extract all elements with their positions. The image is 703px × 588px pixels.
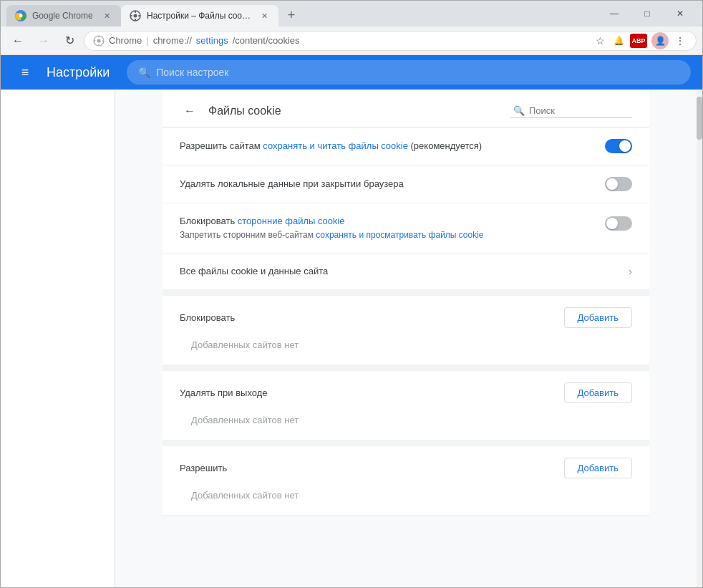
page-search-input[interactable] — [529, 105, 629, 116]
all-cookies-arrow-icon: › — [629, 266, 632, 277]
browser-window: Google Chrome ✕ Настройки – Файлы cookie… — [0, 0, 703, 588]
block-third-party-label: Блокировать сторонние файлы cookie — [180, 215, 605, 228]
forward-nav-button[interactable]: → — [32, 29, 55, 52]
refresh-button[interactable]: ↻ — [58, 29, 81, 52]
tab1-close-button[interactable]: ✕ — [101, 10, 112, 21]
tab1-title: Google Chrome — [32, 11, 95, 21]
settings-header-title: Настройки — [47, 65, 110, 80]
page-inner: ← Файлы cookie 🔍 Разрешить сайтам — [163, 90, 649, 544]
allow-cookies-text: Разрешить сайтам сохранять и читать файл… — [180, 140, 605, 153]
allow-section-header: Разрешить Добавить — [180, 458, 632, 478]
maximize-button[interactable]: □ — [631, 4, 664, 24]
chrome-favicon-icon — [15, 10, 26, 21]
profile-icon[interactable]: 👤 — [651, 32, 669, 49]
page-title: Файлы cookie — [208, 105, 281, 117]
allow-cookies-label: Разрешить сайтам сохранять и читать файл… — [180, 140, 605, 153]
block-third-party-toggle[interactable] — [605, 216, 632, 231]
page-back-button[interactable]: ← — [180, 101, 200, 121]
hamburger-menu-button[interactable]: ≡ — [12, 59, 38, 85]
delete-on-exit-section-header: Удалять при выходе Добавить — [180, 382, 632, 403]
svg-rect-13 — [94, 40, 96, 42]
scrollbar-track[interactable] — [697, 90, 702, 587]
sidebar — [1, 90, 115, 587]
svg-rect-8 — [138, 15, 140, 16]
all-cookies-label: Все файлы cookie и данные сайта — [180, 265, 328, 278]
settings-search-input[interactable] — [156, 67, 679, 78]
settings-search-box[interactable]: 🔍 — [127, 60, 691, 85]
content-wrapper: ← Файлы cookie 🔍 Разрешить сайтам — [1, 90, 702, 587]
block-third-party-row: Блокировать сторонние файлы cookie Запре… — [163, 203, 649, 254]
delete-on-exit-section-title: Удалять при выходе — [180, 387, 268, 398]
divider-1 — [163, 290, 649, 296]
tab2-close-button[interactable]: ✕ — [258, 10, 270, 21]
allow-cookies-toggle[interactable] — [605, 139, 632, 153]
main-content: ← Файлы cookie 🔍 Разрешить сайтам — [115, 90, 697, 587]
page-search-box[interactable]: 🔍 — [510, 104, 632, 118]
block-section-title: Блокировать — [180, 312, 235, 323]
delete-on-close-text: Удалять локальные данные при закрытии бр… — [180, 178, 605, 191]
url-scheme: Chrome — [109, 35, 142, 46]
adblock-icon[interactable]: ABP — [630, 34, 647, 48]
url-prefix: chrome:// — [153, 35, 192, 46]
close-button[interactable]: ✕ — [664, 4, 697, 24]
url-icons: ☆ 🔔 ABP 👤 ⋮ — [593, 32, 687, 49]
block-section-header: Блокировать Добавить — [180, 307, 632, 328]
delete-on-exit-add-button[interactable]: Добавить — [564, 382, 632, 403]
page-header: ← Файлы cookie 🔍 — [163, 90, 649, 127]
all-cookies-row[interactable]: Все файлы cookie и данные сайта › — [163, 254, 649, 290]
svg-rect-14 — [102, 40, 105, 42]
addressbar: ← → ↻ Chrome | chrome://settings/content… — [1, 26, 702, 55]
block-add-button[interactable]: Добавить — [564, 307, 632, 328]
allow-empty-text: Добавленных сайтов нет — [180, 484, 632, 503]
tab-google-chrome[interactable]: Google Chrome ✕ — [6, 5, 121, 26]
allow-section-title: Разрешить — [180, 463, 227, 473]
svg-point-10 — [97, 39, 101, 42]
titlebar: Google Chrome ✕ Настройки – Файлы cookie… — [1, 1, 702, 26]
minimize-button[interactable]: — — [598, 4, 631, 24]
allow-cookies-toggle-knob — [619, 140, 631, 152]
block-empty-text: Добавленных сайтов нет — [180, 334, 632, 353]
window-controls: — □ ✕ — [598, 4, 697, 24]
delete-on-close-row: Удалять локальные данные при закрытии бр… — [163, 165, 649, 203]
allow-section: Разрешить Добавить Добавленных сайтов не… — [163, 446, 649, 516]
scrollbar-thumb[interactable] — [697, 97, 702, 140]
settings-search-icon: 🔍 — [138, 67, 150, 78]
block-third-party-toggle-knob — [606, 218, 618, 229]
block-third-party-text: Блокировать сторонние файлы cookie Запре… — [180, 215, 605, 241]
svg-rect-6 — [135, 19, 136, 21]
back-nav-button[interactable]: ← — [6, 29, 29, 52]
block-third-party-sublabel: Запретить сторонним веб-сайтам сохранять… — [180, 229, 605, 241]
divider-2 — [163, 365, 649, 371]
allow-add-button[interactable]: Добавить — [564, 458, 632, 478]
block-section: Блокировать Добавить Добавленных сайтов … — [163, 296, 649, 365]
settings-favicon-icon — [130, 10, 141, 21]
toggles-section: Разрешить сайтам сохранять и читать файл… — [163, 127, 649, 290]
tab2-title: Настройки – Файлы cookie — [147, 11, 253, 21]
svg-rect-12 — [98, 44, 100, 46]
svg-rect-7 — [130, 15, 132, 16]
delete-on-exit-empty-text: Добавленных сайтов нет — [180, 409, 632, 428]
url-bar[interactable]: Chrome | chrome://settings/content/cooki… — [84, 31, 697, 51]
page-header-left: ← Файлы cookie — [180, 101, 281, 121]
more-options-icon[interactable]: ⋮ — [673, 34, 687, 48]
svg-point-4 — [134, 14, 137, 18]
url-path: /content/cookies — [233, 35, 300, 46]
new-tab-button[interactable]: + — [281, 5, 301, 25]
notifications-icon[interactable]: 🔔 — [611, 34, 626, 48]
url-separator: | — [146, 35, 148, 46]
tab-settings-cookies[interactable]: Настройки – Файлы cookie ✕ — [121, 5, 278, 26]
svg-point-2 — [19, 14, 23, 18]
bookmark-icon[interactable]: ☆ — [593, 34, 607, 48]
url-highlight: settings — [196, 35, 228, 46]
site-info-icon[interactable] — [93, 35, 105, 47]
delete-on-close-toggle-knob — [606, 178, 618, 190]
svg-rect-11 — [98, 36, 100, 38]
divider-3 — [163, 440, 649, 446]
settings-header: ≡ Настройки 🔍 — [1, 55, 702, 90]
page-search-icon: 🔍 — [513, 105, 525, 116]
delete-on-close-toggle[interactable] — [605, 177, 632, 191]
svg-rect-5 — [135, 11, 136, 13]
allow-cookies-row: Разрешить сайтам сохранять и читать файл… — [163, 127, 649, 165]
delete-on-close-label: Удалять локальные данные при закрытии бр… — [180, 178, 605, 191]
delete-on-exit-section: Удалять при выходе Добавить Добавленных … — [163, 371, 649, 440]
